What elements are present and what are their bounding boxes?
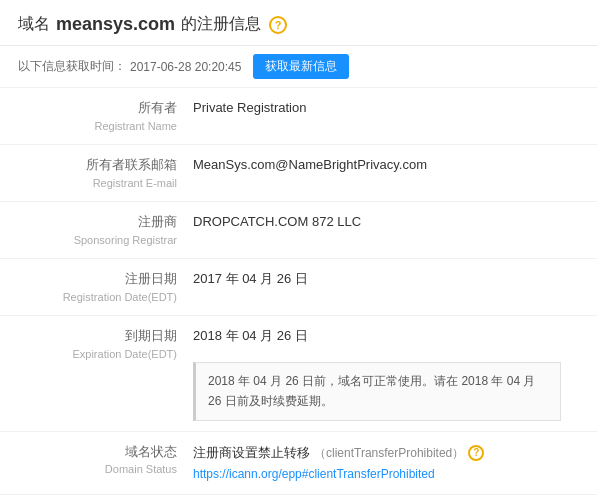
field-label-expiration-date: 到期日期 Expiration Date(EDT) <box>18 326 193 362</box>
table-row: 到期日期 Expiration Date(EDT) 2018 年 04 月 26… <box>0 316 597 432</box>
domain-label: 域名 <box>18 14 50 35</box>
table-row: 注册日期 Registration Date(EDT) 2017 年 04 月 … <box>0 259 597 316</box>
table-row: 注册商 Sponsoring Registrar DROPCATCH.COM 8… <box>0 202 597 259</box>
table-row: DNS 服务器 Name Server DNS1：NS1.NAMEBRIGHTD… <box>0 495 597 500</box>
domain-name: meansys.com <box>56 14 175 35</box>
info-table: 所有者 Registrant Name Private Registration… <box>0 88 597 500</box>
field-value-registrant-name: Private Registration <box>193 98 579 119</box>
status-url[interactable]: https://icann.org/epp#clientTransferProh… <box>193 464 579 484</box>
status-help-icon[interactable]: ? <box>468 445 484 461</box>
field-value-expiration-date: 2018 年 04 月 26 日 <box>193 326 579 347</box>
table-row: 所有者联系邮箱 Registrant E-mail MeanSys.com@Na… <box>0 145 597 202</box>
header: 域名 meansys.com 的注册信息 ? <box>0 0 597 46</box>
fetch-time-label: 以下信息获取时间： <box>18 58 126 75</box>
header-help-icon[interactable]: ? <box>269 16 287 34</box>
field-value-sponsoring-registrar: DROPCATCH.COM 872 LLC <box>193 212 579 233</box>
table-row: 域名状态 Domain Status 注册商设置禁止转移 （clientTran… <box>0 432 597 495</box>
fetch-row: 以下信息获取时间： 2017-06-28 20:20:45 获取最新信息 <box>0 46 597 88</box>
table-row: 所有者 Registrant Name Private Registration <box>0 88 597 145</box>
header-suffix: 的注册信息 <box>181 14 261 35</box>
status-text: 注册商设置禁止转移 <box>193 442 310 464</box>
field-label-registrant-email: 所有者联系邮箱 Registrant E-mail <box>18 155 193 191</box>
field-value-registration-date: 2017 年 04 月 26 日 <box>193 269 579 290</box>
fetch-time-value: 2017-06-28 20:20:45 <box>130 60 241 74</box>
field-label-registration-date: 注册日期 Registration Date(EDT) <box>18 269 193 305</box>
field-label-domain-status: 域名状态 Domain Status <box>18 442 193 478</box>
field-value-domain-status: 注册商设置禁止转移 （clientTransferProhibited） ? h… <box>193 442 579 484</box>
field-label-sponsoring-registrar: 注册商 Sponsoring Registrar <box>18 212 193 248</box>
page-container: 域名 meansys.com 的注册信息 ? 以下信息获取时间： 2017-06… <box>0 0 597 500</box>
fetch-latest-button[interactable]: 获取最新信息 <box>253 54 349 79</box>
expiration-notice: 2018 年 04 月 26 日前，域名可正常使用。请在 2018 年 04 月… <box>193 362 561 421</box>
field-label-registrant-name: 所有者 Registrant Name <box>18 98 193 134</box>
status-code: （clientTransferProhibited） <box>314 443 464 463</box>
field-value-registrant-email: MeanSys.com@NameBrightPrivacy.com <box>193 155 579 176</box>
